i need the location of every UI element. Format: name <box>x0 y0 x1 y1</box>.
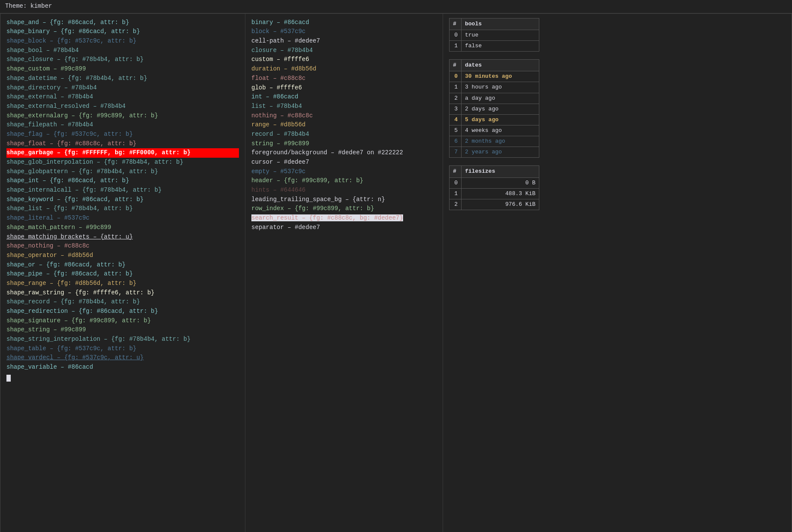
left-panel-content: shape_and – {fg: #86cacd, attr: b}shape_… <box>6 18 239 382</box>
dates-section: # dates 030 minutes ago13 hours ago2a da… <box>449 59 786 158</box>
list-item: shape_matching_brackets – {attr: u} <box>6 232 239 242</box>
list-item: shape_flag – {fg: #537c9c, attr: b} <box>6 130 239 139</box>
list-item: shape_float – {fg: #c88c8c, attr: b} <box>6 139 239 149</box>
list-item: shape_vardecl – {fg: #537c9c, attr: u} <box>6 353 239 363</box>
list-item: shape_globpattern – {fg: #78b4b4, attr: … <box>6 167 239 177</box>
list-item: nothing – #c88c8c <box>251 111 437 121</box>
list-item: string – #99c899 <box>251 139 437 149</box>
list-item: shape_internalcall – {fg: #78b4b4, attr:… <box>6 186 239 195</box>
title-bar: Theme: kimber <box>0 0 792 13</box>
row-value: false <box>462 40 539 51</box>
list-item: glob – #ffffe6 <box>251 83 437 93</box>
table-row: 030 minutes ago <box>450 71 539 82</box>
filesizes-section: # filesizes 00 B1488.3 KiB2976.6 KiB <box>449 165 786 210</box>
list-item: int – #86cacd <box>251 92 437 102</box>
filesizes-table: # filesizes 00 B1488.3 KiB2976.6 KiB <box>449 165 539 210</box>
table-row: 72 years ago <box>450 147 539 158</box>
list-item: foreground/background – #dedee7 on #2222… <box>251 148 437 158</box>
row-number: 7 <box>450 147 462 158</box>
list-item: shape_match_pattern – #99c899 <box>6 223 239 232</box>
list-item: shape_or – {fg: #86cacd, attr: b} <box>6 260 239 270</box>
row-value: 488.3 KiB <box>462 188 539 199</box>
table-row: 00 B <box>450 177 539 188</box>
row-number: 1 <box>450 82 462 93</box>
table-row: 32 days ago <box>450 104 539 114</box>
table-row: 1488.3 KiB <box>450 188 539 199</box>
row-number: 4 <box>450 114 462 125</box>
table-row: 2a day ago <box>450 93 539 104</box>
list-item: hints – #644646 <box>251 186 437 195</box>
bools-table: # bools 0true1false <box>449 18 539 52</box>
list-item: shape_garbage – {fg: #FFFFFF, bg: #FF000… <box>6 148 239 158</box>
list-item: shape_external_resolved – #78b4b4 <box>6 102 239 111</box>
list-item: shape_closure – {fg: #78b4b4, attr: b} <box>6 55 239 64</box>
row-value: 0 B <box>462 177 539 188</box>
list-item: empty – #537c9c <box>251 167 437 177</box>
table-row: 62 months ago <box>450 136 539 147</box>
list-item: shape_pipe – {fg: #86cacd, attr: b} <box>6 269 239 279</box>
list-item: binary – #86cacd <box>251 18 437 28</box>
bools-section: # bools 0true1false <box>449 18 786 52</box>
row-value: true <box>462 30 539 40</box>
list-item: closure – #78b4b4 <box>251 46 437 55</box>
row-value: 3 hours ago <box>462 82 539 93</box>
right-panel: # bools 0true1false # dates 030 minutes … <box>443 14 792 532</box>
list-item: shape_filepath – #78b4b4 <box>6 120 239 130</box>
list-item: list – #78b4b4 <box>251 102 437 111</box>
table-row: 1false <box>450 40 539 51</box>
table-row: 54 weeks ago <box>450 125 539 136</box>
list-item: shape_keyword – {fg: #86cacd, attr: b} <box>6 195 239 205</box>
table-row: 45 days ago <box>450 114 539 125</box>
table-row: 13 hours ago <box>450 82 539 93</box>
bools-col-bools: bools <box>462 18 539 30</box>
list-item: leading_trailing_space_bg – {attr: n} <box>251 195 437 205</box>
row-number: 2 <box>450 199 462 210</box>
row-number: 0 <box>450 177 462 188</box>
row-value: 2 years ago <box>462 147 539 158</box>
middle-panel: binary – #86cacdblock – #537c9ccell-path… <box>245 14 443 532</box>
dates-col-dates: dates <box>462 60 539 71</box>
row-number: 5 <box>450 125 462 136</box>
theme-title: Theme: kimber <box>5 3 52 9</box>
list-item: shape_table – {fg: #537c9c, attr: b} <box>6 344 239 354</box>
list-item: shape_redirection – {fg: #86cacd, attr: … <box>6 307 239 316</box>
list-item: cursor – #dedee7 <box>251 158 437 167</box>
list-item: shape_operator – #d8b56d <box>6 251 239 260</box>
list-item: separator – #dedee7 <box>251 223 437 232</box>
dates-col-hash: # <box>450 60 462 71</box>
list-item: shape_list – {fg: #78b4b4, attr: b} <box>6 204 239 214</box>
list-item: shape_datetime – {fg: #78b4b4, attr: b} <box>6 74 239 83</box>
list-item: shape_literal – #537c9c <box>6 214 239 223</box>
row-value: a day ago <box>462 93 539 104</box>
list-item: range – #d8b56d <box>251 120 437 130</box>
list-item: shape_externalarg – {fg: #99c899, attr: … <box>6 111 239 121</box>
filesizes-col-hash: # <box>450 166 462 177</box>
row-value: 976.6 KiB <box>462 199 539 210</box>
list-item: row_index – {fg: #99c899, attr: b} <box>251 204 437 214</box>
row-number: 6 <box>450 136 462 147</box>
middle-panel-content: binary – #86cacdblock – #537c9ccell-path… <box>251 18 437 232</box>
terminal-cursor <box>6 372 239 382</box>
list-item: shape_directory – #78b4b4 <box>6 83 239 93</box>
list-item: shape_nothing – #c88c8c <box>6 242 239 251</box>
list-item: shape_custom – #99c899 <box>6 64 239 74</box>
row-number: 2 <box>450 93 462 104</box>
list-item: float – #c88c8c <box>251 74 437 83</box>
row-number: 1 <box>450 40 462 51</box>
list-item: record – #78b4b4 <box>251 130 437 139</box>
row-value: 4 weeks ago <box>462 125 539 136</box>
list-item: block – #537c9c <box>251 27 437 37</box>
row-value: 2 days ago <box>462 104 539 114</box>
list-item: shape_binary – {fg: #86cacd, attr: b} <box>6 27 239 37</box>
list-item: shape_and – {fg: #86cacd, attr: b} <box>6 18 239 28</box>
list-item: shape_block – {fg: #537c9c, attr: b} <box>6 37 239 46</box>
list-item: shape_string_interpolation – {fg: #78b4b… <box>6 335 239 344</box>
list-item: shape_range – {fg: #d8b56d, attr: b} <box>6 279 239 288</box>
list-item: shape_string – #99c899 <box>6 325 239 335</box>
list-item: shape_variable – #86cacd <box>6 363 239 372</box>
list-item: cell-path – #dedee7 <box>251 37 437 46</box>
filesizes-col-filesizes: filesizes <box>462 166 539 177</box>
list-item: search_result – {fg: #c88c8c, bg: #dedee… <box>251 214 437 223</box>
list-item: shape_bool – #78b4b4 <box>6 46 239 55</box>
table-row: 2976.6 KiB <box>450 199 539 210</box>
